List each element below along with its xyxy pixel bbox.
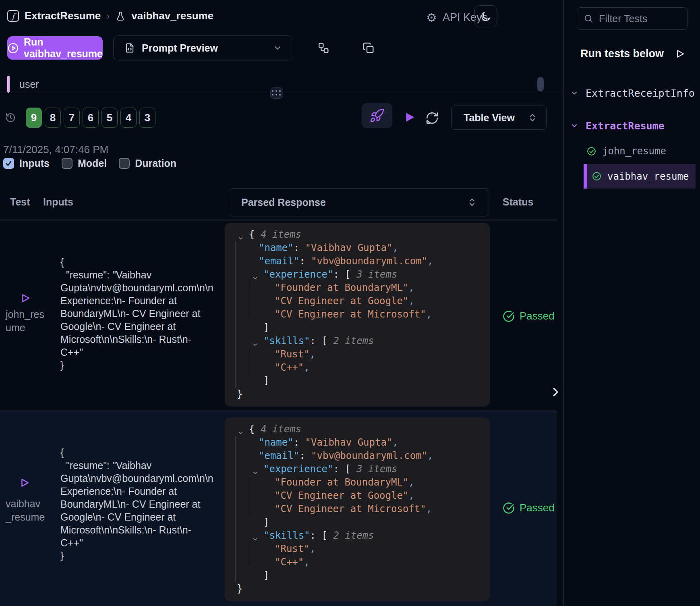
parsed-response-value: Parsed Response [241,197,326,208]
grip-dots-icon [272,90,282,96]
run-all-button[interactable] [404,110,416,126]
run-test-label: Run vaibhav_resume [24,36,103,60]
row-input-json: { "resume": "Vaibhav Gupta\nvbv@boundary… [60,255,230,371]
json-line: "Founder at BoundaryML", [231,476,483,489]
run-test-button[interactable]: Run vaibhav_resume [7,36,103,60]
json-token: 4 items [261,229,301,240]
rocket-deploy-button[interactable] [362,103,392,128]
json-token: : [294,437,305,448]
checkbox-model[interactable] [62,158,72,169]
checkbox-duration[interactable] [119,158,130,169]
filter-item-duration: Duration [119,158,176,169]
history-badge-8[interactable]: 8 [45,108,61,128]
json-token: , [310,349,315,360]
prompt-scrollbar-thumb[interactable] [537,77,544,91]
run-timestamp: 7/11/2025, 4:07:46 PM [3,143,108,156]
json-token: ] [263,570,269,581]
sidebar-group-ExtractReceiptInfo[interactable]: ExtractReceiptInfo [564,82,700,104]
prompt-preview-dropdown[interactable]: Prompt Preview [113,35,293,60]
status-text: Passed [520,502,555,514]
parsed-response-viewer[interactable]: { 4 items"name": "Vaibhav Gupta","email"… [225,223,490,407]
expand-panel-chevron[interactable] [549,385,561,401]
json-line: } [231,582,483,596]
parsed-response-select[interactable]: Parsed Response [229,188,489,216]
chevron-right-icon: › [106,10,110,22]
json-token: 2 items [333,530,374,541]
status-badge: Passed [503,502,555,514]
test-name: vaibhav_resume [607,171,689,182]
resize-handle[interactable] [270,87,283,99]
filter-tests-field[interactable] [577,7,688,30]
history-badge-4[interactable]: 4 [120,108,137,128]
chevron-down-icon[interactable] [570,89,578,97]
parsed-response-viewer[interactable]: { 4 items"name": "Vaibhav Gupta","email"… [225,417,490,601]
chevron-down-icon[interactable] [570,122,578,130]
json-token: , [427,255,433,267]
indent-guide [235,241,236,388]
history-badge-9[interactable]: 9 [26,108,42,128]
json-token: [ [345,463,356,475]
json-token: "email" [259,450,299,461]
breadcrumb-test[interactable]: vaibhav_resume [131,10,213,22]
theme-toggle-button[interactable] [474,5,497,27]
json-line: "email": "vbv@boundaryml.com", [231,449,483,463]
json-token: , [408,282,414,293]
json-token: : [299,255,311,267]
file-code-icon [124,42,135,54]
json-token: , [427,450,433,461]
run-row-button[interactable] [19,476,30,491]
json-line: "name": "Vaibhav Gupta", [231,241,483,255]
search-input[interactable] [599,13,667,25]
json-token: "C++" [275,362,304,373]
json-token: : [333,463,345,475]
group-name: ExtractResume [586,120,665,132]
sidebar-group-ExtractResume[interactable]: ExtractResume [564,115,700,137]
checkbox-inputs[interactable] [3,158,14,169]
test-explorer-sidebar: Run tests below ExtractReceiptInfoExtrac… [563,0,700,606]
json-token: "CV Engineer at Google" [275,295,408,307]
sidebar-test-john_resume[interactable]: john_resume [564,140,700,162]
json-token: : [299,450,311,461]
test-tree: ExtractReceiptInfoExtractResumejohn_resu… [564,82,700,189]
json-token: "Vaibhav Gupta" [305,242,393,253]
row-test-name[interactable]: john_resume [6,308,46,334]
refresh-button[interactable] [425,111,439,127]
view-mode-select[interactable]: Table View [451,106,547,130]
indent-guide [250,281,250,321]
view-mode-value: Table View [464,112,515,124]
history-badge-5[interactable]: 5 [101,108,118,128]
json-token: , [426,503,432,515]
json-token: "experience" [263,269,333,280]
checkbox-label: Model [78,158,107,169]
json-line: "Founder at BoundaryML", [231,281,483,295]
workflow-nodes-button[interactable] [313,38,333,58]
history-icon[interactable] [5,112,16,125]
sidebar-test-vaibhav_resume[interactable]: vaibhav_resume [584,164,696,189]
run-row-button[interactable] [20,292,31,306]
json-token: , [304,556,309,568]
json-token: "skills" [263,530,310,541]
json-token: , [426,309,432,320]
row-test-name[interactable]: vaibhav_resume [6,497,46,524]
check-circle-icon [586,146,596,156]
check-circle-icon [503,310,515,322]
run-tests-below-button[interactable]: Run tests below [580,48,685,60]
run-history-badges: 9876543 [26,108,155,128]
check-circle-icon [503,502,515,514]
json-line: ] [231,569,483,582]
history-badge-3[interactable]: 3 [139,108,155,128]
prompt-preview-label: Prompt Preview [142,42,218,54]
history-badge-6[interactable]: 6 [83,108,99,128]
app-window: ƒ ExtractResume › vaibhav_resume ⚙ API K… [0,0,700,606]
json-token: "skills" [263,335,310,347]
prompt-role-label: user [19,79,39,90]
col-header-test: Test [10,196,30,208]
json-token: } [237,388,242,400]
json-line: "Rust", [231,348,483,361]
copy-button[interactable] [358,38,379,58]
role-accent-bar [7,76,10,93]
json-token: "Founder at BoundaryML" [275,282,408,293]
col-header-status: Status [503,196,533,208]
history-badge-7[interactable]: 7 [64,108,80,128]
breadcrumb-function[interactable]: ExtractResume [25,10,101,22]
